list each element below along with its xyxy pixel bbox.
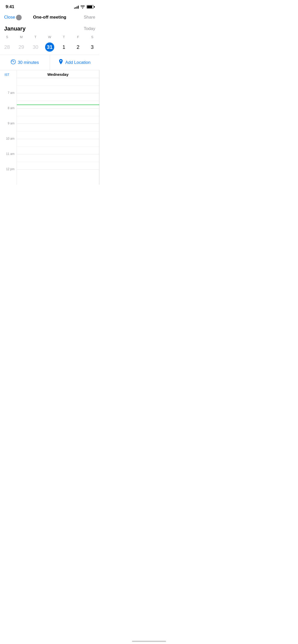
date-3[interactable]: 3 [85,41,99,53]
date-29[interactable]: 29 [14,41,29,53]
location-label: Add Location [65,60,90,65]
time-grid[interactable]: 6 am 7 am 8 am 9 am 10 am 11 am 12 pm [0,78,99,185]
nav-bar: Close One-off meeting Share [0,12,99,23]
hour-line-12 [17,169,99,170]
day-view-header: IST Wednesday [0,70,99,78]
status-time: 9:41 [6,4,14,9]
hour-line-7 [17,93,99,93]
hour-line-8 [17,108,99,109]
half-hour-line-830 [17,116,99,116]
location-icon [59,59,63,66]
nav-avatar [16,15,22,20]
time-12pm: 12 pm [6,167,15,171]
hour-line-11 [17,154,99,154]
hour-line-6 [17,78,99,78]
date-28[interactable]: 28 [0,41,14,53]
date-2[interactable]: 2 [71,41,85,53]
weekday-sun: S [0,35,14,39]
grid-area[interactable] [17,78,99,185]
share-button[interactable]: Share [84,15,95,20]
wifi-icon [80,5,85,9]
hour-line-10 [17,139,99,139]
weekday-wed: W [43,35,57,39]
time-9am: 9 am [8,122,15,125]
weekday-tue: T [28,35,43,39]
day-label: Wednesday [47,72,69,77]
duration-action[interactable]: 30 minutes [0,55,50,70]
quick-actions: 30 minutes Add Location [0,55,99,70]
status-bar: 9:41 [0,0,99,12]
clock-icon [11,59,16,66]
week-days-header: S M T W T F S [0,34,99,40]
nav-title: One-off meeting [33,15,66,20]
time-11am: 11 am [6,152,15,156]
weekday-mon: M [14,35,29,39]
date-30[interactable]: 30 [28,41,43,53]
half-hour-line-630 [17,85,99,86]
half-hour-line-730 [17,101,99,101]
weekday-fri: F [71,35,85,39]
half-hour-line-930 [17,131,99,131]
location-action[interactable]: Add Location [50,55,100,70]
half-hour-line-1130 [17,162,99,162]
time-labels: 6 am 7 am 8 am 9 am 10 am 11 am 12 pm [0,78,17,185]
current-time-indicator [17,105,99,105]
weekday-sat: S [85,35,99,39]
time-7am: 7 am [8,91,15,95]
half-hour-line-1030 [17,147,99,147]
date-31[interactable]: 31 [43,41,57,53]
month-header: January Today [0,23,99,34]
today-button[interactable]: Today [84,26,95,31]
status-icons [74,5,94,9]
time-empty: 6 am [8,78,15,79]
hour-line-9 [17,124,99,124]
close-button[interactable]: Close [4,15,15,20]
timezone-label: IST [3,71,10,78]
weekday-thu: T [57,35,71,39]
signal-icon [74,5,79,9]
calendar-dates: 28 29 30 31 1 2 3 [0,40,99,55]
time-10am: 10 am [6,137,15,140]
battery-icon [87,5,94,9]
time-8am: 8 am [8,106,15,110]
duration-label: 30 minutes [18,60,39,65]
month-title: January [4,25,25,32]
date-1[interactable]: 1 [57,41,71,53]
right-border [99,78,99,185]
